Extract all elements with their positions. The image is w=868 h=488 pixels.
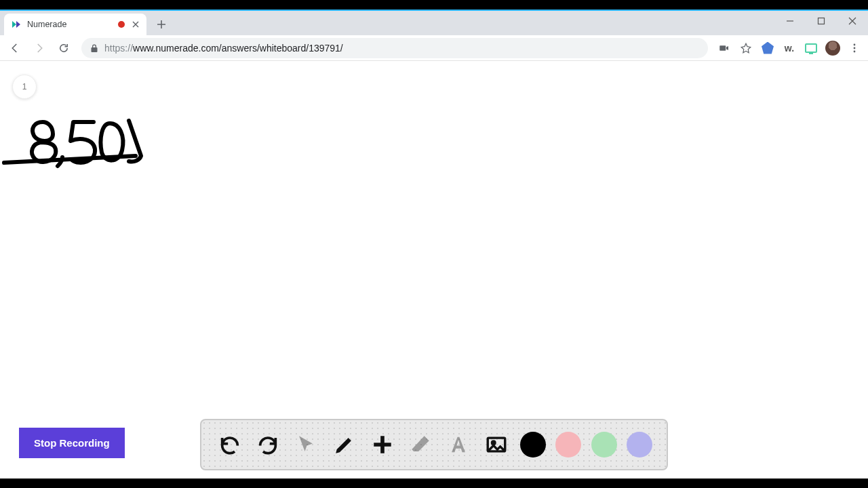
lock-icon (90, 43, 99, 53)
extension-icon-1[interactable] (758, 39, 777, 58)
svg-rect-0 (818, 18, 825, 24)
close-window-button[interactable] (837, 11, 868, 31)
add-button[interactable] (368, 430, 397, 459)
svg-point-1 (854, 43, 856, 45)
color-swatch-black[interactable] (520, 432, 546, 458)
page-viewport: 1 Stop Recording (0, 61, 868, 479)
svg-point-3 (854, 50, 856, 52)
image-tool-button[interactable] (482, 430, 511, 459)
pointer-tool-button[interactable] (292, 430, 320, 459)
tab-strip: Numerade (0, 11, 868, 35)
bookmark-star-icon[interactable] (736, 39, 755, 58)
reload-button[interactable] (53, 37, 75, 59)
window-controls (774, 11, 868, 35)
color-swatch-pink[interactable] (555, 432, 581, 458)
address-bar-row: https://www.numerade.com/answers/whitebo… (0, 35, 868, 61)
url-scheme: https:// (104, 43, 133, 54)
address-bar[interactable]: https://www.numerade.com/answers/whitebo… (81, 38, 708, 58)
tab-title: Numerade (27, 20, 113, 29)
numerade-favicon-icon (11, 19, 22, 30)
browser-tab[interactable]: Numerade (4, 14, 146, 35)
whiteboard-toolbar (200, 419, 668, 470)
pen-tool-button[interactable] (330, 430, 359, 459)
redo-button[interactable] (254, 430, 282, 459)
undo-button[interactable] (216, 430, 244, 459)
eraser-tool-button[interactable] (406, 430, 435, 459)
close-tab-button[interactable] (130, 19, 141, 30)
letterbox-top (0, 0, 868, 9)
recording-indicator-icon (118, 21, 125, 28)
whiteboard-canvas[interactable] (0, 61, 868, 479)
browser-window: Numerade https://www.numerade.com/answer… (0, 9, 868, 479)
svg-point-2 (854, 47, 856, 49)
letterbox-bottom (0, 479, 868, 488)
extension-icon-3[interactable] (802, 39, 821, 58)
url-text: https://www.numerade.com/answers/whitebo… (104, 43, 700, 54)
extension-icon-2[interactable]: w. (780, 39, 799, 58)
forward-button[interactable] (28, 37, 50, 59)
new-tab-button[interactable] (152, 15, 171, 34)
maximize-button[interactable] (806, 11, 837, 31)
url-rest: www.numerade.com/answers/whiteboard/1397… (133, 43, 343, 54)
profile-avatar[interactable] (823, 39, 842, 58)
svg-point-5 (492, 441, 496, 445)
text-tool-button[interactable] (444, 430, 473, 459)
camera-indicator-icon[interactable] (715, 39, 734, 58)
browser-menu-button[interactable] (845, 39, 864, 58)
color-swatch-purple[interactable] (627, 432, 652, 458)
color-swatch-green[interactable] (591, 432, 617, 458)
minimize-button[interactable] (774, 11, 806, 31)
back-button[interactable] (4, 37, 26, 59)
stop-recording-button[interactable]: Stop Recording (19, 428, 125, 458)
